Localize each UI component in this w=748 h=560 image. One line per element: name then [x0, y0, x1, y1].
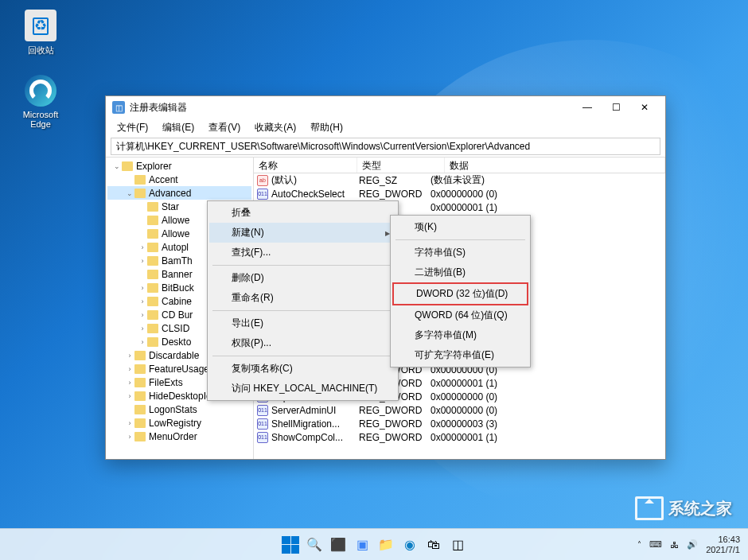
- col-data-header[interactable]: 数据: [445, 158, 665, 173]
- menu-item[interactable]: 编辑(E): [156, 119, 201, 136]
- cell-type: REG_SZ: [359, 175, 430, 186]
- col-name-header[interactable]: 名称: [254, 158, 357, 173]
- tree-item[interactable]: ⌄Advanced: [107, 186, 251, 200]
- menu-item[interactable]: 帮助(H): [304, 119, 349, 136]
- tree-item-label: BitBuck: [162, 282, 194, 294]
- folder-icon: [147, 310, 158, 320]
- list-row[interactable]: 011ServerAdminUIREG_DWORD0x00000000 (0): [254, 403, 665, 417]
- expand-icon[interactable]: ›: [125, 392, 134, 400]
- tree-item-label: Explorer: [136, 161, 172, 172]
- menu-item[interactable]: 文件(F): [111, 119, 154, 136]
- folder-icon: [147, 202, 158, 212]
- context-menu-item[interactable]: 可扩充字符串值(E): [392, 345, 528, 365]
- expand-icon[interactable]: ⌄: [125, 189, 134, 197]
- cell-data: 0x00000001 (1): [430, 378, 665, 389]
- tree-item-label: LogonStats: [149, 404, 197, 415]
- expand-icon[interactable]: ›: [138, 298, 147, 305]
- explorer-icon[interactable]: 📁: [376, 535, 395, 554]
- expand-icon[interactable]: ›: [125, 365, 134, 373]
- tree-item-label: Discardable: [149, 350, 199, 361]
- close-button[interactable]: ✕: [630, 99, 659, 116]
- tree-item-label: CLSID: [162, 323, 189, 334]
- tree-item-label: Advanced: [149, 188, 191, 199]
- context-menu-item[interactable]: 二进制值(B): [392, 262, 528, 282]
- context-menu-item[interactable]: 权限(P)...: [209, 333, 396, 353]
- col-type-header[interactable]: 类型: [357, 158, 445, 173]
- list-row[interactable]: 011AutoCheckSelectREG_DWORD0x00000000 (0…: [254, 187, 665, 200]
- context-menu-item[interactable]: 重命名(R): [209, 288, 396, 308]
- context-menu-item[interactable]: DWORD (32 位)值(D): [392, 282, 528, 305]
- tree-item[interactable]: Accent: [107, 173, 251, 186]
- expand-icon[interactable]: ›: [138, 311, 147, 319]
- expand-icon[interactable]: ›: [138, 325, 147, 332]
- context-menu-item[interactable]: 字符串值(S): [392, 243, 528, 262]
- folder-icon: [134, 418, 146, 428]
- minimize-button[interactable]: —: [573, 99, 602, 116]
- desktop-edge[interactable]: Microsoft Edge: [13, 75, 68, 129]
- tree-item[interactable]: ⌄Explorer: [107, 159, 251, 173]
- context-menu-new: 项(K)字符串值(S)二进制值(B)DWORD (32 位)值(D)QWORD …: [390, 215, 531, 368]
- folder-icon: [147, 229, 158, 239]
- list-row[interactable]: 011ShowCompCol...REG_DWORD0x00000001 (1): [254, 430, 665, 444]
- context-menu-item[interactable]: 折叠: [209, 203, 396, 223]
- taskview-icon[interactable]: ⬛: [329, 535, 348, 554]
- folder-icon: [147, 283, 158, 293]
- expand-icon[interactable]: ›: [125, 379, 134, 387]
- expand-icon[interactable]: ›: [138, 243, 147, 251]
- expand-icon[interactable]: ›: [138, 257, 147, 265]
- context-menu-item[interactable]: 新建(N): [209, 223, 396, 243]
- expand-icon[interactable]: ›: [125, 433, 134, 441]
- window-title: 注册表编辑器: [130, 101, 573, 115]
- expand-icon[interactable]: ›: [125, 352, 134, 360]
- watermark-text: 系统之家: [668, 498, 732, 519]
- tree-item[interactable]: ›MenuOrder: [107, 430, 251, 443]
- menu-item[interactable]: 收藏夹(A): [248, 119, 302, 136]
- cell-data: 0x00000000 (0): [430, 391, 665, 402]
- expand-icon[interactable]: ›: [125, 419, 134, 427]
- context-menu-item[interactable]: 多字符串值(M): [392, 325, 528, 345]
- tray-volume-icon[interactable]: 🔊: [687, 539, 698, 550]
- menu-item[interactable]: 查看(V): [202, 119, 247, 136]
- list-row[interactable]: 011ShellMigration...REG_DWORD0x00000003 …: [254, 417, 665, 430]
- titlebar[interactable]: 注册表编辑器 — ☐ ✕: [106, 96, 665, 119]
- context-menu-item[interactable]: 项(K): [392, 217, 528, 237]
- desktop-recycle-bin[interactable]: 回收站: [13, 10, 68, 56]
- folder-icon: [147, 337, 158, 347]
- start-button[interactable]: [281, 535, 300, 554]
- menu-separator: [395, 239, 525, 240]
- expand-icon[interactable]: ⌄: [112, 162, 122, 170]
- folder-icon: [147, 297, 158, 306]
- tray-time: 16:43: [706, 535, 740, 544]
- expand-icon[interactable]: ›: [138, 338, 147, 346]
- tray-clock[interactable]: 16:43 2021/7/1: [706, 535, 740, 554]
- widgets-icon[interactable]: ▣: [353, 535, 372, 554]
- context-menu-item[interactable]: 访问 HKEY_LOCAL_MACHINE(T): [209, 379, 396, 399]
- tree-item[interactable]: LogonStats: [107, 402, 251, 416]
- tray-input-icon[interactable]: ⌨: [649, 539, 662, 550]
- context-menu-item[interactable]: 删除(D): [209, 268, 396, 288]
- context-menu-item[interactable]: QWORD (64 位)值(Q): [392, 305, 528, 325]
- store-icon[interactable]: 🛍: [424, 535, 443, 554]
- expand-icon[interactable]: ›: [138, 284, 147, 292]
- watermark-icon: [635, 496, 664, 520]
- watermark: 系统之家: [635, 496, 732, 520]
- tray-network-icon[interactable]: 🖧: [670, 540, 679, 550]
- cell-name: AutoCheckSelect: [271, 189, 359, 200]
- context-menu-item[interactable]: 导出(E): [209, 313, 396, 333]
- address-bar[interactable]: 计算机\HKEY_CURRENT_USER\Software\Microsoft…: [111, 138, 660, 155]
- cell-type: REG_DWORD: [359, 432, 430, 443]
- context-menu-item[interactable]: 查找(F)...: [209, 243, 396, 262]
- tree-item[interactable]: ›LowRegistry: [107, 416, 251, 430]
- tree-item-label: Cabine: [162, 296, 192, 307]
- list-row[interactable]: ab(默认)REG_SZ(数值未设置): [254, 173, 665, 187]
- maximize-button[interactable]: ☐: [602, 99, 630, 116]
- folder-icon: [147, 243, 158, 252]
- search-icon[interactable]: 🔍: [305, 535, 324, 554]
- recycle-bin-label: 回收站: [13, 45, 68, 56]
- regedit-taskbar-icon[interactable]: ◫: [448, 535, 467, 554]
- cell-name: ShowCompCol...: [271, 432, 359, 443]
- menu-separator: [212, 265, 393, 266]
- edge-taskbar-icon[interactable]: ◉: [400, 535, 419, 554]
- context-menu-item[interactable]: 复制项名称(C): [209, 359, 396, 379]
- tray-overflow-icon[interactable]: ˄: [637, 540, 641, 549]
